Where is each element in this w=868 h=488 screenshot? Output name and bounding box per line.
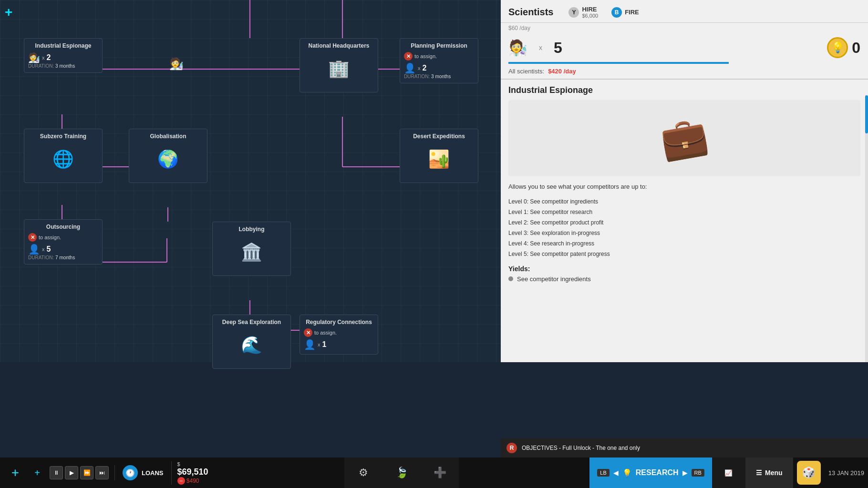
plus-nav-icon: ➕	[434, 467, 446, 479]
r-badge: R	[506, 443, 517, 453]
detail-image: 💼	[508, 100, 860, 176]
minus-badge: −	[177, 477, 185, 485]
settings-button[interactable]: ⚙	[344, 458, 382, 488]
card-icon-desert: 🏜️	[423, 142, 456, 176]
research-section[interactable]: LB ◀ 💡 RESEARCH ▶ RB	[589, 458, 712, 488]
level-item: Level 0: See competitor ingredients	[508, 196, 860, 207]
assign-row-outsourcing: ✕ to assign.	[28, 233, 98, 242]
yields-label: Yields:	[508, 265, 860, 273]
yield-dot	[508, 276, 513, 281]
detail-levels: Level 0: See competitor ingredientsLevel…	[508, 196, 860, 259]
all-sci-cost: $420 /day	[548, 68, 576, 75]
graph-button[interactable]: 📈	[712, 458, 745, 488]
idea-bar	[508, 62, 729, 64]
money-amount: $69,510	[177, 467, 208, 477]
scientists-stats: 🧑‍🔬 x 5 💡 0	[501, 33, 868, 62]
detail-description: Allows you to see what your competitors …	[508, 182, 860, 192]
sci-row-planning: 👤 x 2	[404, 62, 474, 74]
card-title-regulatory: Regulatory Connections	[304, 319, 374, 325]
node-card-subzero[interactable]: Subzero Training 🌐	[24, 129, 103, 183]
node-card-desert[interactable]: Desert Expeditions 🏜️	[400, 129, 478, 183]
scientists-row-industrial: 🧑‍🔬 x 2	[28, 52, 98, 63]
detail-title: Industrial Espionage	[508, 85, 860, 95]
pause-button[interactable]: ⏸	[50, 466, 63, 479]
card-title-planning: Planning Permission	[404, 42, 474, 49]
loans-label: LOANS	[142, 469, 164, 477]
x-badge-planning: ✕	[404, 52, 413, 61]
top-left-plus-icon[interactable]: +	[5, 5, 19, 19]
card-duration-industrial: DURATION: 3 months	[28, 63, 98, 69]
game-canvas: + 🧑‍🔬 Industrial Espionage 🧑‍🔬 x 2 DURAT…	[0, 0, 501, 362]
rb-badge: RB	[692, 469, 704, 477]
hire-button[interactable]: Y HIRE $6,000	[568, 6, 598, 19]
sci-figure-icon: 🧑‍🔬	[508, 39, 527, 57]
fast-forward-button[interactable]: ⏩	[80, 466, 93, 479]
card-icon-national: 🏢	[322, 52, 356, 85]
leaf-button[interactable]: 🍃	[382, 458, 421, 488]
bottom-left-controls: + + ⏸ ▶ ⏩ ⏭	[0, 463, 114, 482]
scientist-figure-globalisation: 🧑‍🔬	[169, 57, 184, 71]
x-badge-regulatory: ✕	[304, 328, 312, 337]
all-scientists-row: All scientists: $420 /day	[501, 66, 868, 80]
node-card-lobbying[interactable]: Lobbying 🏛️	[212, 222, 291, 276]
bulb-icon: 💡	[827, 37, 848, 58]
panel-header: Scientists Y HIRE $6,000 B FIRE	[501, 0, 868, 23]
node-card-outsourcing[interactable]: Outsourcing ✕ to assign. 👤 x 5 DURATION:…	[24, 219, 103, 264]
yield-item: See competitor ingredients	[508, 275, 860, 283]
objectives-text: OBJECTIVES - Full Unlock - The one and o…	[522, 445, 640, 451]
add-item-button-2[interactable]: +	[28, 463, 47, 482]
research-label: RESEARCH	[636, 468, 679, 477]
playback-controls: ⏸ ▶ ⏩ ⏭	[50, 466, 109, 479]
fast-forward-2-button[interactable]: ⏭	[95, 466, 109, 479]
node-card-national[interactable]: National Headquarters 🏢	[300, 38, 378, 92]
node-card-deepsea[interactable]: Deep Sea Exploration 🌊	[212, 315, 291, 369]
money-change: − $490	[177, 477, 208, 485]
dice-button[interactable]: 🎲	[797, 461, 821, 485]
fire-button[interactable]: B FIRE	[611, 7, 639, 18]
card-title-industrial: Industrial Espionage	[28, 42, 98, 49]
assign-row-regulatory: ✕ to assign.	[304, 328, 374, 337]
right-scrollbar[interactable]	[865, 95, 868, 362]
right-panel: Scientists Y HIRE $6,000 B FIRE $60 /day…	[501, 0, 868, 362]
all-sci-label: All scientists:	[508, 68, 544, 75]
node-card-planning[interactable]: Planning Permission ✕ to assign. 👤 x 2 D…	[400, 38, 478, 83]
date-display: 13 JAN 2019	[825, 469, 868, 477]
plus-button[interactable]: ➕	[421, 458, 459, 488]
level-item: Level 2: See competitor product profit	[508, 217, 860, 228]
card-title-deepsea: Deep Sea Exploration	[217, 319, 287, 325]
assign-row-planning: ✕ to assign.	[404, 52, 474, 61]
play-button[interactable]: ▶	[65, 466, 78, 479]
research-bulb-icon: 💡	[622, 468, 632, 478]
x-badge-outsourcing: ✕	[28, 233, 37, 242]
money-symbol: $	[177, 461, 208, 467]
settings-icon: ⚙	[359, 467, 368, 479]
card-title-lobbying: Lobbying	[217, 226, 287, 233]
node-card-globalisation[interactable]: Globalisation 🌍	[129, 129, 207, 183]
lb-badge: LB	[597, 469, 609, 477]
level-item: Level 5: See competitor patent progress	[508, 249, 860, 259]
objectives-bar: R OBJECTIVES - Full Unlock - The one and…	[501, 438, 868, 458]
research-left-arrow: ◀	[613, 469, 619, 477]
card-icon-globalisation: 🌍	[152, 142, 185, 176]
card-icon-lobbying: 🏛️	[235, 235, 269, 269]
loans-section[interactable]: 🕐 LOANS	[114, 465, 171, 480]
card-title-globalisation: Globalisation	[133, 133, 203, 140]
sci-icon-industrial: 🧑‍🔬	[28, 52, 40, 63]
menu-button[interactable]: ☰ Menu	[745, 458, 793, 488]
card-icon-deepsea: 🌊	[235, 328, 269, 362]
card-title-subzero: Subzero Training	[28, 133, 98, 140]
add-item-button[interactable]: +	[6, 463, 25, 482]
card-duration-outsourcing: DURATION: 7 months	[28, 255, 98, 260]
clock-icon: 🕐	[123, 465, 138, 480]
salary-display: $60 /day	[501, 23, 868, 33]
hire-cost: $6,000	[582, 13, 598, 19]
level-item: Level 1: See competitor research	[508, 207, 860, 217]
sci-row-outsourcing: 👤 x 5	[28, 244, 98, 255]
money-section: $ $69,510 − $490	[171, 461, 214, 485]
detail-section: Industrial Espionage 💼 Allows you to see…	[501, 80, 868, 362]
node-card-regulatory[interactable]: Regulatory Connections ✕ to assign. 👤 x …	[300, 315, 378, 355]
card-title-national: National Headquarters	[304, 42, 374, 49]
level-item: Level 3: See exploration in-progress	[508, 228, 860, 238]
node-card-industrial[interactable]: Industrial Espionage 🧑‍🔬 x 2 DURATION: 3…	[24, 38, 103, 73]
scrollbar-thumb	[865, 95, 868, 133]
